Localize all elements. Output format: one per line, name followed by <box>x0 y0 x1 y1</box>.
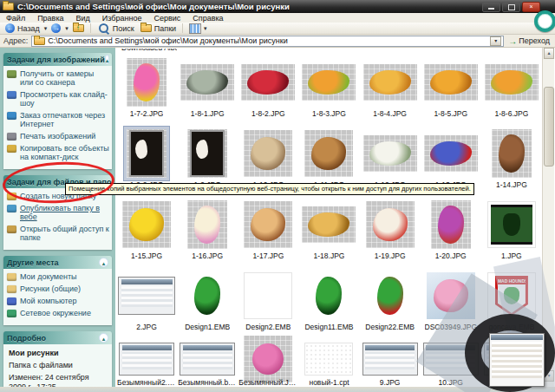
file-item[interactable]: 1-7-2.JPG <box>116 57 177 128</box>
file-item[interactable]: Design1.EMB <box>177 271 238 342</box>
file-item[interactable]: 2.JPG <box>116 271 177 342</box>
sidebar-item[interactable]: Копировать все объекты на компакт-диск <box>7 144 109 161</box>
chevron-up-icon[interactable]: ▴ <box>99 258 108 267</box>
file-item[interactable]: 1-17.JPG <box>238 199 298 271</box>
sidebar-item[interactable]: Опубликовать папку в вебе <box>7 204 109 221</box>
forward-dropdown-icon[interactable]: ▾ <box>65 25 69 32</box>
file-label: 1-8-5.JPG <box>434 109 467 118</box>
file-item[interactable]: 1-8-3.JPG <box>298 57 359 128</box>
thumbnail-box <box>127 57 166 108</box>
file-item[interactable]: 1-8-2.JPG <box>238 57 298 128</box>
file-item[interactable]: 9.JPG <box>360 342 421 387</box>
file-item[interactable]: 1-8-6.JPG <box>481 57 542 128</box>
sidebar: Задачи для изображений▴Получить от камер… <box>0 48 115 387</box>
clipped-file-label <box>177 49 238 53</box>
design-motif <box>311 137 346 170</box>
file-label: 1-8-4.JPG <box>373 109 407 118</box>
file-item[interactable]: 1-18.JPG <box>298 199 359 271</box>
sidebar-item[interactable]: Печать изображений <box>7 132 109 140</box>
file-item[interactable]: Безымянный.bmp <box>177 342 238 387</box>
design-motif <box>499 134 525 173</box>
window-title: C:\Documents and Settings\мой офис\Мои д… <box>17 2 482 11</box>
thumbnail-image <box>187 129 227 178</box>
file-label: 9.JPG <box>380 378 401 387</box>
panel-header-details[interactable]: Подробно▴ <box>3 331 112 344</box>
thumbnail-box <box>244 128 292 179</box>
sidebar-item[interactable]: Рисунки (общие) <box>7 284 109 293</box>
address-input[interactable]: C:\Documents and Settings\мой офис\Мои д… <box>31 36 504 47</box>
sidebar-panel-other-places: Другие места▴Мои документыРисунки (общие… <box>3 256 112 325</box>
scrollbar-thumb[interactable] <box>544 87 554 167</box>
minimize-button[interactable] <box>482 2 500 12</box>
thumbnail-box <box>424 57 478 108</box>
watermark-screenshot <box>489 333 545 387</box>
sidebar-item[interactable]: Просмотреть как слайд-шоу <box>7 90 109 108</box>
file-item[interactable]: Безымянный.JPG <box>238 342 298 387</box>
folders-button[interactable]: Папки <box>139 24 178 33</box>
search-icon <box>99 23 108 33</box>
thumbnail-box <box>187 199 227 250</box>
file-item[interactable]: 1-8-5.JPG <box>421 57 481 128</box>
up-button[interactable]: ↑ <box>71 24 86 32</box>
thumbnail-box <box>118 271 175 321</box>
search-button[interactable]: Поиск <box>95 23 136 33</box>
sidebar-item-label: Открыть общий доступ к папке <box>20 225 109 242</box>
file-item[interactable]: Безымянный2.bmp <box>116 342 177 387</box>
file-item[interactable]: Design2.EMB <box>238 271 298 342</box>
panel-header-other-places[interactable]: Другие места▴ <box>3 256 112 269</box>
menu-item-5[interactable]: Справка <box>186 14 229 23</box>
scroll-up-icon[interactable]: ▴ <box>544 48 554 59</box>
file-item[interactable]: 1-19.JPG <box>360 199 421 271</box>
file-item[interactable]: 1-20.JPG <box>421 199 481 271</box>
thumbnail-box <box>363 57 417 108</box>
address-path: C:\Documents and Settings\мой офис\Мои д… <box>48 36 487 45</box>
file-item[interactable]: 1-14.JPG <box>481 128 542 199</box>
views-button[interactable]: ▾ <box>187 23 209 34</box>
thumbnail-box <box>180 57 234 108</box>
file-label: 1-14.JPG <box>496 180 527 189</box>
title-bar: C:\Documents and Settings\мой офис\Мои д… <box>0 0 555 13</box>
menu-item-4[interactable]: Сервис <box>147 14 186 23</box>
file-item[interactable]: 1-8-1.JPG <box>177 57 238 128</box>
sidebar-item[interactable]: Заказ отпечатков через Интернет <box>7 111 109 128</box>
file-item[interactable]: новый-1.cpt <box>298 342 359 387</box>
sidebar-item[interactable]: Мои документы <box>7 272 109 281</box>
chevron-up-icon[interactable]: ▴ <box>99 333 108 343</box>
address-dropdown-icon[interactable]: ▾ <box>490 36 501 46</box>
file-item[interactable]: Design11.EMB <box>298 271 359 342</box>
back-button[interactable]: ← Назад <box>3 23 42 33</box>
forward-button[interactable]: → <box>49 23 62 33</box>
go-arrow-icon: → <box>508 36 517 46</box>
menu-item-1[interactable]: Правка <box>31 14 69 23</box>
forward-arrow-icon: → <box>51 23 61 33</box>
file-label: 1-7-2.JPG <box>130 109 164 118</box>
thumbnail-image <box>424 135 478 172</box>
sidebar-item-label: Заказ отпечатков через Интернет <box>20 111 109 128</box>
sidebar-item[interactable]: Мой компьютер <box>7 297 109 305</box>
go-button[interactable]: → Переход <box>508 36 550 46</box>
close-button[interactable]: × <box>522 2 540 12</box>
sidebar-item[interactable]: Сетевое окружение <box>7 309 109 317</box>
sidebar-item[interactable]: Открыть общий доступ к папке <box>7 225 109 242</box>
file-item[interactable]: 1-15.JPG <box>116 199 177 271</box>
address-bar: Адрес: C:\Documents and Settings\мой офи… <box>0 35 555 48</box>
file-item[interactable]: 1-8-4.JPG <box>360 57 421 128</box>
menu-item-3[interactable]: Избранное <box>96 14 148 23</box>
back-dropdown-icon[interactable]: ▾ <box>44 25 48 32</box>
maximize-button[interactable] <box>502 2 520 12</box>
thumbnail-image <box>302 64 356 101</box>
design-motif <box>194 277 220 315</box>
menu-item-2[interactable]: Вид <box>70 14 96 23</box>
file-item[interactable]: Design22.EMB <box>360 271 421 342</box>
file-item[interactable]: 1-16.JPG <box>177 199 238 271</box>
design-motif <box>438 206 464 244</box>
thumbnail-box <box>492 128 532 179</box>
design-motif <box>186 70 228 95</box>
details-line: Мои рисунки <box>9 349 108 358</box>
menu-item-0[interactable]: Файл <box>0 14 31 23</box>
design-motif <box>194 206 220 244</box>
chevron-up-icon[interactable]: ▴ <box>105 55 110 64</box>
thumbnail-box <box>244 342 292 376</box>
panel-header-picture-tasks[interactable]: Задачи для изображений▴ <box>3 53 112 66</box>
sidebar-item[interactable]: Получить от камеры или со сканера <box>7 69 109 87</box>
